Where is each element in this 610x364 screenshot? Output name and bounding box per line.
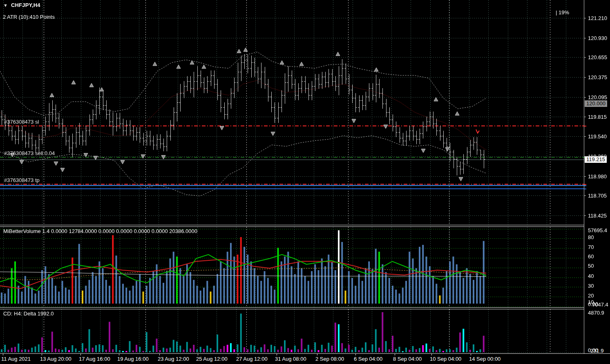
time-axis-tick xyxy=(355,354,356,355)
order-sl-label[interactable]: #376308473 sl xyxy=(4,119,39,125)
time-axis-label: 10 Sep 04:00 xyxy=(430,356,461,362)
price-badge: 119.215 xyxy=(585,156,607,163)
time-axis-label: 17 Aug 16:00 xyxy=(79,356,110,362)
order-line-scale-tick xyxy=(584,189,586,189)
time-axis[interactable]: 11 Aug 202113 Aug 20:0017 Aug 16:0019 Au… xyxy=(0,353,610,364)
time-axis-label: 14 Sep 00:00 xyxy=(469,356,501,362)
order-line-scale-tick xyxy=(584,185,586,186)
price-scale-tick xyxy=(584,18,586,18)
price-scale-tick xyxy=(584,176,586,177)
volume-panel-canvas[interactable] xyxy=(0,227,584,307)
indicator-scale-label: 30 xyxy=(588,283,594,289)
price-scale-tick xyxy=(584,77,586,78)
time-axis-tick xyxy=(431,354,432,355)
indicator-scale-label: 60 xyxy=(588,253,594,260)
time-axis-label: 11 Aug 2021 xyxy=(1,356,31,362)
time-axis-tick xyxy=(119,354,119,355)
time-axis-tick xyxy=(3,354,3,355)
delta-indicator-header: CD: H4: Delta 1992.0 xyxy=(3,311,54,317)
time-axis-tick xyxy=(317,354,317,355)
price-scale-label: 120.930 xyxy=(588,35,607,41)
indicator-scale-label: 70 xyxy=(588,244,594,250)
indicator-scale-label: 231.9 xyxy=(590,348,604,354)
time-axis-tick xyxy=(42,354,42,355)
price-scale-label: 118.425 xyxy=(588,213,607,219)
price-scale-label: 118.705 xyxy=(588,193,607,199)
order-sell-label[interactable]: #376308473 sell 0.04 xyxy=(4,150,55,156)
price-scale-label: 120.655 xyxy=(588,54,607,60)
time-axis-tick xyxy=(159,354,160,355)
indicator-scale-label: 50 xyxy=(588,263,594,269)
main-chart-canvas[interactable] xyxy=(0,0,584,225)
indicator-scale-label: 40 xyxy=(588,273,594,279)
time-axis-tick xyxy=(80,354,81,355)
price-scale-tick xyxy=(584,215,586,216)
price-scale-label: 120.375 xyxy=(588,74,607,80)
time-axis-tick xyxy=(238,354,238,355)
scroll-percent-label: | 19% xyxy=(556,9,569,16)
price-scale-tick xyxy=(584,57,586,58)
time-axis-label: 27 Aug 12:00 xyxy=(236,356,268,362)
price-scale[interactable]: 121.210120.930120.655120.375120.095119.8… xyxy=(584,0,610,364)
order-line-scale-tick xyxy=(584,126,586,127)
time-axis-label: 19 Aug 16:00 xyxy=(117,356,149,362)
indicator-scale-label: 80 xyxy=(588,234,594,240)
indicator-scale-label: 57695.4 xyxy=(588,227,607,233)
time-axis-label: 6 Sep 04:00 xyxy=(354,356,382,362)
atr-indicator-label: 2 ATR (10):410 Points xyxy=(3,14,55,20)
time-axis-tick xyxy=(198,354,198,355)
price-scale-label: 118.980 xyxy=(588,173,607,179)
time-axis-label: 23 Aug 12:00 xyxy=(158,356,189,362)
price-badge: 120.000 xyxy=(585,100,607,107)
price-scale-tick xyxy=(584,38,586,38)
time-axis-label: 31 Aug 08:00 xyxy=(275,356,306,362)
volume-indicator-header: MiBetterVolume 1.4 0.0000 12784.0000 0.0… xyxy=(3,228,197,234)
indicator-scale-label: 4870.9 xyxy=(588,310,604,316)
indicator-scale-label: 7047.4 xyxy=(592,302,608,308)
price-scale-tick xyxy=(584,117,586,117)
chart-header: ▼ CHFJPY,H4 xyxy=(3,2,40,8)
time-axis-label: 25 Aug 12:00 xyxy=(196,356,228,362)
time-axis-tick xyxy=(277,354,277,355)
time-axis-label: 8 Sep 04:00 xyxy=(393,356,422,362)
time-axis-tick xyxy=(471,354,471,355)
price-scale-tick xyxy=(584,195,586,196)
collapse-arrow-icon[interactable]: ▼ xyxy=(3,3,8,8)
symbol-period-label: CHFJPY,H4 xyxy=(11,2,40,8)
order-tp-label[interactable]: #376308473 tp xyxy=(4,177,40,183)
price-scale-label: 121.210 xyxy=(588,15,607,21)
price-scale-label: 119.540 xyxy=(588,133,607,140)
order-line-scale-tick xyxy=(584,184,586,185)
mt4-chart-window: ▼ CHFJPY,H4 2 ATR (10):410 Points | 19% … xyxy=(0,0,610,364)
price-scale-tick xyxy=(584,136,586,137)
indicator-scale-label: 20 xyxy=(588,293,594,299)
price-scale-tick xyxy=(584,97,586,98)
delta-panel-canvas[interactable] xyxy=(0,309,584,353)
price-scale-label: 120.095 xyxy=(588,94,607,100)
price-scale-label: 119.815 xyxy=(588,114,607,120)
time-axis-label: 2 Sep 08:00 xyxy=(315,356,344,362)
time-axis-tick xyxy=(395,354,395,355)
time-axis-label: 13 Aug 20:00 xyxy=(40,356,72,362)
